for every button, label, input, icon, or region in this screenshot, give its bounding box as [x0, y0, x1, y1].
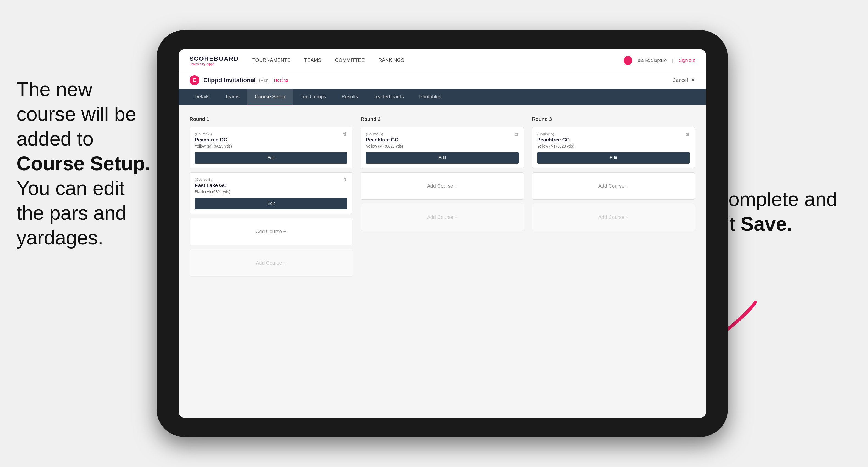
round1-course-a-label: (Course A)	[195, 132, 347, 136]
scoreboard-logo: SCOREBOARD Powered by clippd	[189, 55, 239, 66]
round2-add-course-1[interactable]: Add Course +	[361, 172, 524, 200]
tournament-status: Hosting	[274, 78, 288, 83]
round2-course-a-edit[interactable]: Edit	[366, 152, 518, 164]
sign-out-link[interactable]: Sign out	[679, 58, 695, 63]
tab-details[interactable]: Details	[187, 89, 217, 105]
tournament-gender: (Men)	[259, 78, 270, 83]
annotation-bold: Course Setup.	[17, 152, 151, 175]
cancel-button[interactable]: Cancel ✕	[673, 77, 695, 83]
round1-course-b-edit[interactable]: Edit	[195, 198, 347, 209]
round3-add-course-1[interactable]: Add Course +	[532, 172, 695, 200]
tab-leaderboards[interactable]: Leaderboards	[366, 89, 411, 105]
round2-course-a-delete[interactable]: 🗑	[513, 131, 520, 137]
tablet-frame: SCOREBOARD Powered by clippd TOURNAMENTS…	[157, 30, 728, 437]
round-1-label: Round 1	[189, 117, 352, 122]
round3-course-a-label: (Course A)	[537, 132, 690, 136]
logo-sub: Powered by clippd	[189, 62, 239, 66]
logo-title: SCOREBOARD	[189, 55, 239, 62]
round-3-label: Round 3	[532, 117, 695, 122]
rounds-container: Round 1 🗑 (Course A) Peachtree GC Yellow…	[189, 117, 695, 280]
round1-course-b-details: Black (M) (6891 yds)	[195, 190, 347, 194]
round1-course-a-edit[interactable]: Edit	[195, 152, 347, 164]
round2-add-course-2: Add Course +	[361, 204, 524, 231]
round2-course-a-name: Peachtree GC	[366, 137, 518, 143]
tablet-screen: SCOREBOARD Powered by clippd TOURNAMENTS…	[179, 50, 706, 417]
round3-course-a-card: 🗑 (Course A) Peachtree GC Yellow (M) (66…	[532, 127, 695, 168]
round2-course-a-details: Yellow (M) (6629 yds)	[366, 144, 518, 148]
tab-bar: Details Teams Course Setup Tee Groups Re…	[179, 89, 706, 105]
tab-tee-groups[interactable]: Tee Groups	[293, 89, 334, 105]
nav-tournaments[interactable]: TOURNAMENTS	[252, 56, 290, 64]
round1-add-course-1[interactable]: Add Course +	[189, 218, 352, 245]
nav-committee[interactable]: COMMITTEE	[335, 56, 365, 64]
round1-course-b-delete[interactable]: 🗑	[342, 176, 348, 183]
annotation-line5: the pars and	[17, 202, 126, 224]
round1-add-course-2: Add Course +	[189, 249, 352, 277]
annotation-right-line1: Complete and	[714, 188, 837, 210]
round3-course-a-delete[interactable]: 🗑	[684, 131, 691, 137]
annotation-line2: course will be	[17, 103, 136, 125]
round-2-column: Round 2 🗑 (Course A) Peachtree GC Yellow…	[361, 117, 524, 280]
round1-course-a-delete[interactable]: 🗑	[342, 131, 348, 137]
tab-printables[interactable]: Printables	[411, 89, 449, 105]
tab-results[interactable]: Results	[334, 89, 366, 105]
round-1-column: Round 1 🗑 (Course A) Peachtree GC Yellow…	[189, 117, 352, 280]
round1-course-a-details: Yellow (M) (6629 yds)	[195, 144, 347, 148]
annotation-line6: yardages.	[17, 227, 103, 249]
annotation-line4: You can edit	[17, 177, 125, 199]
tab-course-setup[interactable]: Course Setup	[247, 89, 293, 105]
nav-teams[interactable]: TEAMS	[304, 56, 321, 64]
round1-course-b-card: 🗑 (Course B) East Lake GC Black (M) (689…	[189, 172, 352, 214]
round2-add-course-1-text: Add Course +	[427, 183, 458, 189]
round3-course-a-name: Peachtree GC	[537, 137, 690, 143]
round2-course-a-card: 🗑 (Course A) Peachtree GC Yellow (M) (66…	[361, 127, 524, 168]
user-email: blair@clippd.io	[638, 58, 666, 63]
round2-course-a-label: (Course A)	[366, 132, 518, 136]
tab-teams[interactable]: Teams	[217, 89, 247, 105]
round1-course-b-label: (Course B)	[195, 178, 347, 182]
round2-add-course-2-text: Add Course +	[427, 215, 458, 220]
round1-add-course-1-text: Add Course +	[256, 229, 286, 235]
main-content: Round 1 🗑 (Course A) Peachtree GC Yellow…	[179, 105, 706, 417]
round3-add-course-2: Add Course +	[532, 204, 695, 231]
round1-course-b-name: East Lake GC	[195, 183, 347, 188]
annotation-right-bold: Save.	[741, 213, 792, 235]
clippd-logo: C	[189, 75, 199, 85]
nav-rankings[interactable]: RANKINGS	[378, 56, 404, 64]
round-3-column: Round 3 🗑 (Course A) Peachtree GC Yellow…	[532, 117, 695, 280]
round3-course-a-details: Yellow (M) (6629 yds)	[537, 144, 690, 148]
sub-header: C Clippd Invitational (Men) Hosting Canc…	[179, 71, 706, 89]
round3-add-course-1-text: Add Course +	[598, 183, 629, 189]
nav-avatar	[623, 56, 632, 65]
round3-add-course-2-text: Add Course +	[598, 215, 629, 220]
nav-right: blair@clippd.io | Sign out	[623, 56, 695, 65]
annotation-line1: The new	[17, 78, 92, 100]
tournament-name: Clippd Invitational	[203, 76, 256, 84]
round-2-label: Round 2	[361, 117, 524, 122]
annotation-right: Complete and hit Save.	[714, 187, 851, 236]
round1-course-a-card: 🗑 (Course A) Peachtree GC Yellow (M) (66…	[189, 127, 352, 168]
round1-add-course-2-text: Add Course +	[256, 260, 286, 266]
separator: |	[672, 58, 673, 63]
top-nav: SCOREBOARD Powered by clippd TOURNAMENTS…	[179, 50, 706, 71]
annotation-line3: added to	[17, 128, 93, 150]
round3-course-a-edit[interactable]: Edit	[537, 152, 690, 164]
nav-links: TOURNAMENTS TEAMS COMMITTEE RANKINGS	[252, 56, 623, 64]
round1-course-a-name: Peachtree GC	[195, 137, 347, 143]
